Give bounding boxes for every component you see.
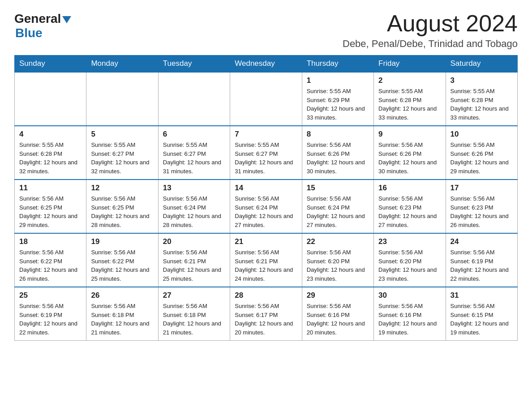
calendar-cell: [86, 72, 158, 126]
calendar-cell: 22Sunrise: 5:56 AMSunset: 6:20 PMDayligh…: [302, 233, 373, 287]
day-number: 25: [19, 291, 82, 300]
calendar-cell: 28Sunrise: 5:56 AMSunset: 6:17 PMDayligh…: [230, 287, 302, 341]
day-info: Sunrise: 5:56 AMSunset: 6:25 PMDaylight:…: [91, 194, 153, 229]
day-info: Sunrise: 5:56 AMSunset: 6:25 PMDaylight:…: [19, 194, 82, 229]
day-number: 5: [91, 130, 153, 139]
day-info: Sunrise: 5:55 AMSunset: 6:28 PMDaylight:…: [19, 141, 82, 176]
day-info: Sunrise: 5:55 AMSunset: 6:27 PMDaylight:…: [163, 141, 225, 176]
day-number: 3: [450, 76, 513, 85]
day-info: Sunrise: 5:56 AMSunset: 6:18 PMDaylight:…: [91, 302, 153, 337]
day-number: 10: [450, 130, 513, 139]
day-number: 19: [91, 237, 153, 246]
day-number: 17: [450, 184, 513, 193]
day-info: Sunrise: 5:56 AMSunset: 6:20 PMDaylight:…: [307, 248, 369, 283]
column-header-monday: Monday: [86, 56, 158, 73]
calendar-cell: 29Sunrise: 5:56 AMSunset: 6:16 PMDayligh…: [302, 287, 373, 341]
calendar-cell: 18Sunrise: 5:56 AMSunset: 6:22 PMDayligh…: [15, 233, 86, 287]
day-number: 23: [378, 237, 441, 246]
day-info: Sunrise: 5:56 AMSunset: 6:19 PMDaylight:…: [450, 248, 513, 283]
day-number: 14: [235, 184, 297, 193]
day-number: 11: [19, 184, 82, 193]
day-number: 8: [307, 130, 369, 139]
day-number: 29: [307, 291, 369, 300]
day-number: 4: [19, 130, 82, 139]
day-number: 2: [378, 76, 441, 85]
day-number: 20: [163, 237, 225, 246]
calendar-cell: 17Sunrise: 5:56 AMSunset: 6:23 PMDayligh…: [446, 180, 517, 233]
calendar-cell: 21Sunrise: 5:56 AMSunset: 6:21 PMDayligh…: [230, 233, 302, 287]
day-info: Sunrise: 5:56 AMSunset: 6:22 PMDaylight:…: [19, 248, 82, 283]
day-number: 9: [378, 130, 441, 139]
calendar-cell: 11Sunrise: 5:56 AMSunset: 6:25 PMDayligh…: [15, 180, 86, 233]
week-row: 1Sunrise: 5:55 AMSunset: 6:29 PMDaylight…: [15, 72, 518, 126]
day-number: 22: [307, 237, 369, 246]
calendar-cell: [158, 72, 230, 126]
calendar-cell: 8Sunrise: 5:56 AMSunset: 6:26 PMDaylight…: [302, 126, 373, 180]
day-info: Sunrise: 5:55 AMSunset: 6:28 PMDaylight:…: [450, 87, 513, 122]
calendar-cell: 14Sunrise: 5:56 AMSunset: 6:24 PMDayligh…: [230, 180, 302, 233]
day-info: Sunrise: 5:55 AMSunset: 6:27 PMDaylight:…: [235, 141, 297, 176]
calendar-cell: 6Sunrise: 5:55 AMSunset: 6:27 PMDaylight…: [158, 126, 230, 180]
day-info: Sunrise: 5:56 AMSunset: 6:23 PMDaylight:…: [378, 194, 441, 229]
day-info: Sunrise: 5:56 AMSunset: 6:17 PMDaylight:…: [235, 302, 297, 337]
calendar-cell: 1Sunrise: 5:55 AMSunset: 6:29 PMDaylight…: [302, 72, 373, 126]
calendar-cell: 15Sunrise: 5:56 AMSunset: 6:24 PMDayligh…: [302, 180, 373, 233]
calendar-cell: 4Sunrise: 5:55 AMSunset: 6:28 PMDaylight…: [15, 126, 86, 180]
calendar-cell: 24Sunrise: 5:56 AMSunset: 6:19 PMDayligh…: [446, 233, 517, 287]
day-info: Sunrise: 5:56 AMSunset: 6:21 PMDaylight:…: [163, 248, 225, 283]
calendar-cell: 20Sunrise: 5:56 AMSunset: 6:21 PMDayligh…: [158, 233, 230, 287]
calendar-cell: 5Sunrise: 5:55 AMSunset: 6:27 PMDaylight…: [86, 126, 158, 180]
column-header-thursday: Thursday: [302, 56, 373, 73]
day-number: 30: [378, 291, 441, 300]
calendar-cell: [230, 72, 302, 126]
day-number: 18: [19, 237, 82, 246]
day-info: Sunrise: 5:56 AMSunset: 6:26 PMDaylight:…: [307, 141, 369, 176]
calendar-cell: 13Sunrise: 5:56 AMSunset: 6:24 PMDayligh…: [158, 180, 230, 233]
day-info: Sunrise: 5:55 AMSunset: 6:28 PMDaylight:…: [378, 87, 441, 122]
day-info: Sunrise: 5:56 AMSunset: 6:15 PMDaylight:…: [450, 302, 513, 337]
header: General Blue August 2024 Debe, Penal/Deb…: [14, 11, 518, 50]
day-info: Sunrise: 5:56 AMSunset: 6:19 PMDaylight:…: [19, 302, 82, 337]
day-number: 27: [163, 291, 225, 300]
day-number: 28: [235, 291, 297, 300]
calendar-cell: 25Sunrise: 5:56 AMSunset: 6:19 PMDayligh…: [15, 287, 86, 341]
day-info: Sunrise: 5:56 AMSunset: 6:23 PMDaylight:…: [450, 194, 513, 229]
calendar-cell: 12Sunrise: 5:56 AMSunset: 6:25 PMDayligh…: [86, 180, 158, 233]
calendar-cell: 3Sunrise: 5:55 AMSunset: 6:28 PMDaylight…: [446, 72, 517, 126]
day-info: Sunrise: 5:55 AMSunset: 6:29 PMDaylight:…: [307, 87, 369, 122]
day-info: Sunrise: 5:56 AMSunset: 6:16 PMDaylight:…: [378, 302, 441, 337]
column-header-saturday: Saturday: [446, 56, 517, 73]
calendar-cell: 10Sunrise: 5:56 AMSunset: 6:26 PMDayligh…: [446, 126, 517, 180]
calendar-cell: 16Sunrise: 5:56 AMSunset: 6:23 PMDayligh…: [374, 180, 446, 233]
day-number: 13: [163, 184, 225, 193]
day-number: 24: [450, 237, 513, 246]
calendar-cell: 9Sunrise: 5:56 AMSunset: 6:26 PMDaylight…: [374, 126, 446, 180]
calendar-cell: 27Sunrise: 5:56 AMSunset: 6:18 PMDayligh…: [158, 287, 230, 341]
logo: General Blue: [14, 13, 71, 40]
calendar-cell: 31Sunrise: 5:56 AMSunset: 6:15 PMDayligh…: [446, 287, 517, 341]
day-number: 12: [91, 184, 153, 193]
calendar-cell: 26Sunrise: 5:56 AMSunset: 6:18 PMDayligh…: [86, 287, 158, 341]
week-row: 25Sunrise: 5:56 AMSunset: 6:19 PMDayligh…: [15, 287, 518, 341]
column-header-tuesday: Tuesday: [158, 56, 230, 73]
column-header-sunday: Sunday: [15, 56, 86, 73]
day-number: 21: [235, 237, 297, 246]
column-header-wednesday: Wednesday: [230, 56, 302, 73]
calendar-header-row: SundayMondayTuesdayWednesdayThursdayFrid…: [15, 56, 518, 73]
calendar-cell: 23Sunrise: 5:56 AMSunset: 6:20 PMDayligh…: [374, 233, 446, 287]
calendar-cell: [15, 72, 86, 126]
logo-triangle-icon: [62, 16, 71, 23]
day-info: Sunrise: 5:56 AMSunset: 6:24 PMDaylight:…: [307, 194, 369, 229]
day-number: 6: [163, 130, 225, 139]
logo-general-text: General: [14, 13, 61, 25]
location-title: Debe, Penal/Debe, Trinidad and Tobago: [343, 38, 518, 50]
day-info: Sunrise: 5:56 AMSunset: 6:18 PMDaylight:…: [163, 302, 225, 337]
calendar-cell: 19Sunrise: 5:56 AMSunset: 6:22 PMDayligh…: [86, 233, 158, 287]
calendar: SundayMondayTuesdayWednesdayThursdayFrid…: [14, 55, 518, 341]
title-area: August 2024 Debe, Penal/Debe, Trinidad a…: [343, 11, 518, 50]
day-info: Sunrise: 5:56 AMSunset: 6:16 PMDaylight:…: [307, 302, 369, 337]
calendar-cell: 30Sunrise: 5:56 AMSunset: 6:16 PMDayligh…: [374, 287, 446, 341]
day-number: 15: [307, 184, 369, 193]
day-info: Sunrise: 5:56 AMSunset: 6:26 PMDaylight:…: [378, 141, 441, 176]
week-row: 18Sunrise: 5:56 AMSunset: 6:22 PMDayligh…: [15, 233, 518, 287]
